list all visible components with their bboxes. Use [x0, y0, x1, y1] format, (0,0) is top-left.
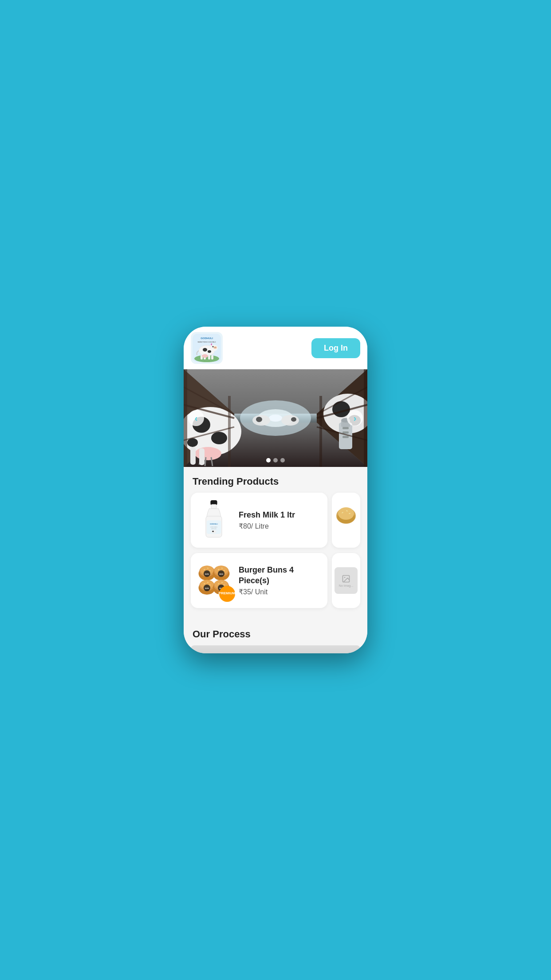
- svg-point-73: [338, 507, 354, 520]
- phone-frame: GODHULI FARM FRESH COW MILK Log In: [184, 327, 367, 653]
- svg-rect-55: [364, 369, 367, 467]
- svg-point-8: [215, 347, 216, 348]
- product-image-burger-buns: BUN BUN: [196, 558, 232, 603]
- our-process-title: Our Process: [184, 625, 367, 645]
- product-price-burger-buns: ₹35/ Unit: [239, 588, 322, 596]
- svg-point-25: [269, 415, 282, 422]
- svg-rect-47: [342, 436, 349, 438]
- svg-rect-46: [342, 431, 349, 434]
- svg-text:GODHULI: GODHULI: [210, 523, 218, 525]
- svg-rect-15: [211, 355, 213, 360]
- product-card-burger-buns[interactable]: BUN BUN: [191, 553, 327, 608]
- product-card-fresh-milk[interactable]: GODHULI FARM FRESH COW MILK Fresh Milk 1…: [191, 493, 327, 548]
- svg-point-33: [195, 447, 221, 460]
- products-list: GODHULI FARM FRESH COW MILK Fresh Milk 1…: [184, 493, 367, 618]
- our-process-section: Our Process: [184, 618, 367, 653]
- our-process-preview: [191, 645, 360, 653]
- svg-point-16: [202, 354, 208, 358]
- login-button[interactable]: Log In: [311, 338, 360, 358]
- product-info-burger-buns: Burger Buns 4 Piece(s) ₹35/ Unit: [232, 565, 322, 596]
- product-name-burger-buns: Burger Buns 4 Piece(s): [239, 565, 322, 586]
- svg-rect-38: [199, 448, 205, 465]
- svg-rect-14: [208, 355, 210, 360]
- product-image-fresh-milk: GODHULI FARM FRESH COW MILK: [196, 498, 232, 542]
- header: GODHULI FARM FRESH COW MILK Log In: [184, 327, 367, 369]
- svg-rect-37: [190, 447, 196, 465]
- carousel-image: [184, 369, 367, 467]
- svg-rect-63: [211, 504, 216, 509]
- svg-point-49: [256, 417, 262, 422]
- svg-text:FARM FRESH: FARM FRESH: [210, 526, 217, 527]
- phone-screen: GODHULI FARM FRESH COW MILK Log In: [184, 327, 367, 653]
- product-card-partial-2[interactable]: No Imag...: [332, 553, 360, 608]
- carousel-prev-button[interactable]: ‹: [188, 410, 204, 426]
- main-content: Trending Products: [184, 467, 367, 653]
- product-price-fresh-milk: ₹80/ Litre: [239, 522, 322, 530]
- svg-point-4: [203, 348, 207, 352]
- svg-point-51: [291, 417, 296, 422]
- partial-product-image-1: [335, 505, 358, 536]
- partial-no-image: No Imag...: [335, 565, 358, 596]
- svg-text:COW MILK: COW MILK: [211, 528, 216, 530]
- hero-carousel: ‹ ›: [184, 369, 367, 467]
- no-image-placeholder: No Imag...: [335, 567, 358, 594]
- product-card-partial-1[interactable]: [332, 493, 360, 548]
- svg-point-50: [281, 415, 299, 426]
- carousel-indicators: [266, 458, 285, 462]
- svg-point-31: [211, 432, 227, 444]
- product-row-2: BUN BUN: [184, 553, 367, 608]
- product-info-fresh-milk: Fresh Milk 1 ltr ₹80/ Litre: [232, 510, 322, 530]
- carousel-dot-3[interactable]: [280, 458, 285, 462]
- logo: GODHULI FARM FRESH COW MILK: [191, 332, 223, 364]
- svg-text:BUN: BUN: [219, 573, 223, 575]
- trending-section-title: Trending Products: [184, 467, 367, 493]
- svg-point-110: [344, 577, 346, 578]
- premium-badge: PREMIUM: [219, 586, 235, 602]
- svg-text:GODHULI: GODHULI: [201, 337, 213, 340]
- svg-text:BUN: BUN: [205, 573, 209, 575]
- svg-point-9: [214, 347, 215, 348]
- svg-rect-54: [319, 396, 322, 467]
- product-row-1: GODHULI FARM FRESH COW MILK Fresh Milk 1…: [184, 493, 367, 548]
- svg-text:BUN: BUN: [205, 588, 209, 589]
- svg-rect-52: [184, 369, 187, 467]
- svg-text:FARM FRESH COW MILK: FARM FRESH COW MILK: [197, 341, 216, 343]
- svg-rect-45: [342, 427, 349, 429]
- carousel-dot-1[interactable]: [266, 458, 271, 462]
- carousel-dot-2[interactable]: [273, 458, 278, 462]
- svg-point-5: [208, 350, 211, 353]
- svg-rect-53: [228, 396, 231, 467]
- svg-line-35: [205, 457, 206, 466]
- product-name-fresh-milk: Fresh Milk 1 ltr: [239, 510, 322, 520]
- carousel-next-button[interactable]: ›: [347, 410, 363, 426]
- svg-point-69: [211, 530, 216, 533]
- svg-point-70: [212, 530, 214, 532]
